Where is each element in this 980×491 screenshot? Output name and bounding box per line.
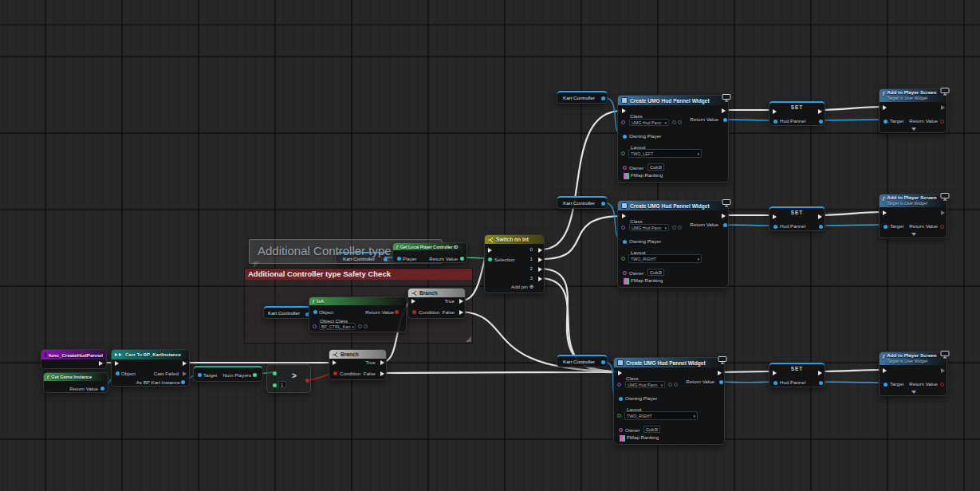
cast-to-bp-kart-instance-node[interactable]: Cast To BP_KartInstance Object Cast Fail… [111,349,190,387]
set-out-pin[interactable] [819,120,823,124]
use-selected-icon[interactable] [668,383,672,387]
object-pin[interactable] [313,310,317,314]
owner-value-input[interactable]: Cub3l [647,269,664,276]
owning-player-pin[interactable] [623,135,627,139]
return-value-pin[interactable] [395,310,399,314]
object-pin[interactable] [116,371,120,375]
set-hud-pannel-node-b[interactable]: SET Hud Pannel [769,206,825,231]
exec-in-pin[interactable] [883,105,887,110]
add-to-player-screen-node-a[interactable]: f Add to Player Screen Target is User Wi… [879,88,947,133]
exec-out-pin[interactable] [722,108,726,113]
class-pin[interactable] [621,226,625,230]
condition-pin[interactable] [412,310,416,314]
get-local-player-controller-id-node[interactable]: fGet Local Player Controller ID Player R… [392,242,467,263]
exec-out-pin[interactable] [941,210,945,215]
greater-than-node[interactable]: 1 > [266,364,311,393]
function-entry-node[interactable]: func_CreateHudPannel [41,349,107,369]
variable-out-pin[interactable] [601,360,605,364]
target-pin[interactable] [884,225,888,229]
return-value-pin[interactable] [940,383,944,387]
condition-pin[interactable] [333,371,337,375]
exec-in-pin[interactable] [773,109,777,114]
use-selected-icon[interactable] [358,324,362,328]
set-hud-pannel-node-c[interactable]: SET Hud Pannel [769,363,825,387]
target-pin[interactable] [884,120,888,124]
exec-out-pin[interactable] [941,368,945,373]
create-umg-hud-pannel-widget-node-c[interactable]: Create UMG Hud Pannel Widget Class UMG H… [613,357,725,445]
variable-node-kart-controller-b[interactable]: Kart Controller [557,196,608,209]
hud-pannel-in-pin[interactable] [773,225,777,229]
player-pin[interactable] [397,257,401,261]
set-out-pin[interactable] [819,225,823,229]
case-0-exec-out-pin[interactable] [538,248,542,253]
class-select[interactable]: UMG Hud Pann▾ [625,381,665,388]
create-umg-hud-pannel-widget-node-b[interactable]: Create UMG Hud Pannel Widget Class UMG H… [617,200,729,288]
is-a-node[interactable]: fIsA Object Return Value Object Class BP… [309,297,407,332]
map-container-icon[interactable] [623,172,630,180]
map-container-icon[interactable] [619,434,626,442]
target-pin[interactable] [198,373,202,377]
exec-in-pin[interactable] [622,214,626,218]
case-3-exec-out-pin[interactable] [538,277,542,281]
browse-icon[interactable] [678,226,682,230]
owning-player-pin[interactable] [623,240,627,244]
return-value-pin[interactable] [940,225,944,229]
return-value-pin[interactable] [723,118,727,122]
layout-select[interactable]: TWO_RIGHT▾ [624,411,698,420]
layout-select[interactable]: TWO_RIGHT▾ [628,254,702,263]
false-exec-out-pin[interactable] [380,371,384,376]
add-pin-button[interactable]: Add pin ⊕ [511,284,534,290]
browse-icon[interactable] [364,324,368,328]
greater-value-input[interactable]: 1 [278,381,286,388]
exec-in-pin[interactable] [488,248,492,253]
exec-out-pin[interactable] [818,109,822,114]
exec-out-pin[interactable] [183,361,187,366]
class-select[interactable]: UMG Hud Pann▾ [629,119,669,126]
use-selected-icon[interactable] [672,120,676,124]
switch-on-int-node[interactable]: Switch on Int Selection 0 1 2 3 Add pin … [484,234,545,293]
exec-out-pin[interactable] [818,371,822,375]
get-num-players-node[interactable]: Target Num Players [193,366,263,382]
use-selected-icon[interactable] [672,226,676,230]
exec-out-pin[interactable] [722,214,726,218]
hud-pannel-in-pin[interactable] [773,381,777,385]
true-exec-out-pin[interactable] [380,360,384,365]
false-exec-out-pin[interactable] [459,310,463,315]
class-pin[interactable] [621,120,625,124]
get-game-instance-node[interactable]: fGet Game Instance Return Value [43,372,108,393]
greater-input-a-pin[interactable] [273,371,277,375]
case-1-exec-out-pin[interactable] [538,257,542,262]
exec-in-pin[interactable] [115,361,119,366]
variable-out-pin[interactable] [601,96,605,100]
exec-out-pin[interactable] [99,361,103,366]
expand-advanced-chevron[interactable] [911,128,916,131]
layout-pin[interactable] [621,257,625,261]
class-select[interactable]: UMG Hud Pann▾ [629,224,669,231]
expand-advanced-chevron[interactable] [911,233,916,236]
target-pin[interactable] [884,383,888,387]
object-class-pin[interactable] [313,324,317,328]
branch-node-top[interactable]: Branch Condition True False [407,288,466,319]
selection-pin[interactable] [488,257,492,261]
set-hud-pannel-node-a[interactable]: SET Hud Pannel [769,101,825,126]
exec-out-pin[interactable] [718,371,722,375]
set-out-pin[interactable] [819,381,823,385]
layout-pin[interactable] [617,414,621,418]
exec-in-pin[interactable] [622,108,626,113]
layout-select[interactable]: TWO_LEFT▾ [628,149,702,158]
case-2-exec-out-pin[interactable] [538,267,542,272]
exec-in-pin[interactable] [411,299,415,304]
add-to-player-screen-node-c[interactable]: f Add to Player Screen Target is User Wi… [879,352,947,396]
browse-icon[interactable] [678,120,682,124]
variable-node-kart-controller-c[interactable]: Kart Controller [557,355,608,367]
true-exec-out-pin[interactable] [459,299,463,304]
exec-in-pin[interactable] [883,210,887,215]
browse-icon[interactable] [674,383,678,387]
owner-pin[interactable] [623,271,627,275]
num-players-pin[interactable] [253,373,257,377]
variable-node-kart-controller-comment[interactable]: Kart Controller [263,306,311,319]
return-value-pin[interactable] [460,257,464,261]
owner-value-input[interactable]: Cub3l [643,426,660,433]
exec-in-pin[interactable] [333,360,337,365]
owner-pin[interactable] [623,166,627,170]
